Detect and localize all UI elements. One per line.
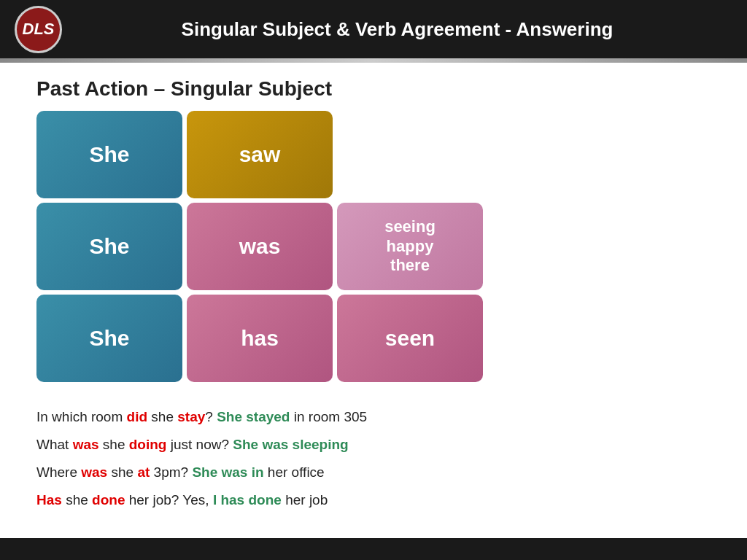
card-grid: She saw She was seeing happy there She: [36, 111, 711, 382]
verb-card-1: saw: [187, 111, 333, 198]
card-row-1: She saw: [36, 111, 711, 198]
card-row-2: She was seeing happy there: [36, 203, 711, 290]
subject-card-2: She: [36, 203, 182, 290]
main-content: Past Action – Singular Subject She saw S…: [0, 63, 747, 529]
sentence-3: Where was she at 3pm? She was in her off…: [36, 459, 711, 486]
complement-card-3: seen: [337, 295, 483, 382]
footer: [0, 538, 747, 560]
sentence-1: In which room did she stay? She stayed i…: [36, 404, 711, 430]
card-row-3: She has seen: [36, 295, 711, 382]
header: DLS Singular Subject & Verb Agreement - …: [0, 0, 747, 58]
sentences-section: In which room did she stay? She stayed i…: [36, 404, 711, 513]
verb-card-2: was: [187, 203, 333, 290]
logo: DLS: [15, 6, 62, 53]
complement-card-2: seeing happy there: [337, 203, 483, 290]
logo-text: DLS: [23, 20, 55, 39]
section-title: Past Action – Singular Subject: [36, 77, 711, 101]
subject-card-3: She: [36, 295, 182, 382]
header-title: Singular Subject & Verb Agreement - Answ…: [62, 18, 732, 41]
sentence-4: Has she done her job? Yes, I has done he…: [36, 487, 711, 513]
subject-card-1: She: [36, 111, 182, 198]
sentence-2: What was she doing just now? She was sle…: [36, 432, 711, 458]
verb-card-3: has: [187, 295, 333, 382]
